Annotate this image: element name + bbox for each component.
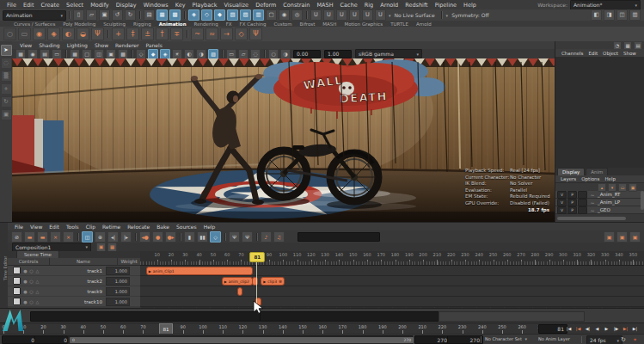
textured-icon[interactable]: ◈ bbox=[160, 49, 170, 59]
animation-start-field[interactable]: 0 bbox=[2, 335, 38, 344]
shadows-icon[interactable]: ◐ bbox=[184, 49, 194, 59]
workspace-dropdown[interactable]: Animation* ▾ bbox=[570, 0, 641, 10]
select-tool-icon[interactable]: ➤ bbox=[1, 45, 12, 56]
play-backwards-button[interactable]: ◀ bbox=[593, 324, 602, 334]
command-line-result[interactable] bbox=[260, 311, 442, 322]
symmetry-dropdown[interactable]: Symmetry: Off bbox=[448, 12, 492, 18]
lights-icon[interactable]: ☀ bbox=[172, 49, 182, 59]
time-editor-menu-relocate[interactable]: Relocate bbox=[124, 224, 153, 230]
menu-item-create[interactable]: Create bbox=[37, 2, 63, 9]
time-editor-menu-tools[interactable]: Tools bbox=[63, 224, 83, 230]
lock-selection-icon[interactable]: ◉ bbox=[279, 9, 290, 21]
bake-animation-icon[interactable]: Ψ bbox=[249, 28, 262, 40]
playhead-marker[interactable]: 81 bbox=[249, 252, 265, 262]
menu-item-key[interactable]: Key bbox=[172, 2, 189, 9]
channel-box-menu-object[interactable]: Object bbox=[600, 51, 621, 56]
graph-editor-icon[interactable]: ◉ bbox=[33, 28, 46, 40]
ghost-track-icon[interactable]: △ bbox=[34, 289, 40, 294]
ghost-track-icon[interactable]: △ bbox=[34, 299, 40, 304]
hold-current-keys-icon[interactable]: ± bbox=[141, 28, 154, 40]
anim-layer-dropdown[interactable]: No Anim Layer bbox=[538, 336, 570, 341]
layer-playback-toggle[interactable]: P bbox=[567, 191, 577, 199]
time-slider[interactable]: 0102030405060708090100110120130140150160… bbox=[0, 322, 644, 335]
import-animation-icon[interactable]: ▣ bbox=[96, 243, 106, 252]
joints-xray-icon[interactable]: ◌ bbox=[250, 49, 261, 59]
camera-attributes-icon[interactable]: ▤ bbox=[40, 49, 50, 59]
key-previous-icon[interactable]: ◂● bbox=[139, 231, 150, 243]
layer-row[interactable]: VP~_GEO bbox=[555, 206, 644, 214]
shelf-tab-animation[interactable]: Animation bbox=[159, 22, 187, 27]
solo-track-icon[interactable]: ○ bbox=[28, 299, 34, 304]
channel-box-menu-show[interactable]: Show bbox=[621, 51, 639, 56]
key-insert-icon[interactable]: ● bbox=[152, 231, 163, 243]
shelf-tab-rigging[interactable]: Rigging bbox=[133, 22, 151, 27]
shelf-tab-sculpting[interactable]: Sculpting bbox=[103, 22, 126, 27]
shelf-tab-custom[interactable]: Custom bbox=[274, 22, 292, 27]
mute-all-icon[interactable]: ⊘ bbox=[11, 231, 22, 243]
list-icon[interactable]: ▤ bbox=[634, 41, 642, 50]
menu-item-constrain[interactable]: Constrain bbox=[279, 2, 313, 9]
scale-tool-icon[interactable]: ▣ bbox=[1, 109, 12, 120]
select-component-icon[interactable]: ▩ bbox=[169, 9, 181, 21]
playback-loop-icon[interactable]: ↻ bbox=[619, 335, 628, 344]
menu-item-arnold[interactable]: Arnold bbox=[377, 2, 402, 9]
character-set-dropdown[interactable]: No Character Set ▾ bbox=[485, 336, 527, 341]
layer-color-swatch[interactable] bbox=[578, 206, 587, 214]
set-key-icon[interactable]: + bbox=[112, 28, 125, 40]
timeline-lane[interactable]: ▶anim_clip2▶clip3⊗ bbox=[140, 276, 644, 286]
layer-visibility-toggle[interactable]: V bbox=[557, 206, 567, 214]
solo-track-icon[interactable]: ○ bbox=[28, 289, 34, 294]
gamma-field[interactable]: 1.00 bbox=[324, 50, 352, 58]
wireframe-icon[interactable]: ◇ bbox=[136, 49, 146, 59]
layer-visibility-toggle[interactable]: V bbox=[557, 199, 567, 206]
solo-track-icon[interactable]: ○ bbox=[28, 279, 34, 284]
tool-settings-toggle-icon[interactable]: ◫ bbox=[616, 9, 628, 21]
mask-deformers-icon[interactable]: ▨ bbox=[240, 9, 251, 21]
channel-box-toggle-icon[interactable]: ▥ bbox=[629, 9, 641, 21]
select-hierarchy-icon[interactable]: ▤ bbox=[144, 9, 155, 21]
layer-menu-layers[interactable]: Layers bbox=[558, 176, 579, 181]
new-layer-from-selected-icon[interactable]: ▣ bbox=[629, 183, 637, 192]
mask-joints-icon[interactable]: ◇ bbox=[201, 9, 212, 21]
shelf-tab-poly-modeling[interactable]: Poly Modeling bbox=[63, 22, 95, 27]
time-editor-menu-retime[interactable]: Retime bbox=[99, 224, 124, 230]
track-weight-field[interactable]: 1.000 bbox=[106, 287, 130, 296]
go-to-end-button[interactable]: ▶| bbox=[631, 324, 640, 334]
shelf-tab-motion-graphics[interactable]: Motion Graphics bbox=[344, 22, 383, 27]
set-key-rotate-icon[interactable]: ∓ bbox=[170, 28, 183, 40]
time-editor-menu-view[interactable]: View bbox=[27, 224, 46, 230]
channel-box-menu-channels[interactable]: Channels bbox=[559, 51, 586, 56]
hik-character-icon[interactable]: Ψ bbox=[91, 28, 104, 40]
modeling-toolkit-toggle-icon[interactable]: ◧ bbox=[591, 9, 602, 21]
shelf-tab-bifrost[interactable]: Bifrost bbox=[300, 22, 316, 27]
mask-handles-icon[interactable]: ◈ bbox=[188, 9, 199, 21]
move-layer-down-icon[interactable]: ▾ bbox=[608, 183, 616, 192]
film-gate-icon[interactable]: ▢ bbox=[82, 49, 92, 59]
shaded-icon[interactable]: ◆ bbox=[148, 49, 158, 59]
viewport-scene[interactable]: WALL DEATH bbox=[12, 58, 555, 222]
viewport-menu-shading[interactable]: Shading bbox=[35, 42, 63, 48]
gamma-icon[interactable]: ◑ bbox=[280, 49, 291, 59]
bookmarks-icon[interactable]: ▭ bbox=[52, 49, 62, 59]
menu-item-deform[interactable]: Deform bbox=[252, 2, 279, 9]
menu-item-display[interactable]: Display bbox=[113, 2, 140, 9]
fps-dropdown[interactable]: 24 fps ▾ bbox=[586, 335, 623, 344]
menu-item-modify[interactable]: Modify bbox=[87, 2, 113, 9]
mask-rendering-icon[interactable]: ▢ bbox=[266, 9, 277, 21]
align-start-icon[interactable]: ◂| bbox=[107, 231, 119, 243]
align-end-icon[interactable]: |▸ bbox=[120, 231, 132, 243]
layer-tab-anim[interactable]: Anim bbox=[586, 168, 608, 175]
save-scene-icon[interactable]: ▣ bbox=[99, 9, 110, 21]
te-pin-icon[interactable]: ▣ bbox=[616, 231, 628, 243]
isolate-select-icon[interactable]: ▭ bbox=[226, 49, 236, 59]
move-tool-icon[interactable]: + bbox=[1, 83, 12, 95]
snap-toggle-icon[interactable]: ◇ bbox=[210, 231, 221, 243]
shelf-tab-turtle[interactable]: TURTLE bbox=[390, 22, 408, 27]
exposure-icon[interactable]: ○ bbox=[268, 49, 279, 59]
editable-motion-trail-icon[interactable]: ≈ bbox=[205, 28, 218, 40]
time-editor-menu-help[interactable]: Help bbox=[200, 224, 219, 230]
live-surface-button[interactable]: No Live Surface bbox=[391, 12, 439, 18]
set-key-translate-icon[interactable]: † bbox=[156, 28, 169, 40]
shelf-popup-icon[interactable]: ○ bbox=[3, 28, 16, 40]
mask-dynamics-icon[interactable]: ▥ bbox=[253, 9, 264, 21]
